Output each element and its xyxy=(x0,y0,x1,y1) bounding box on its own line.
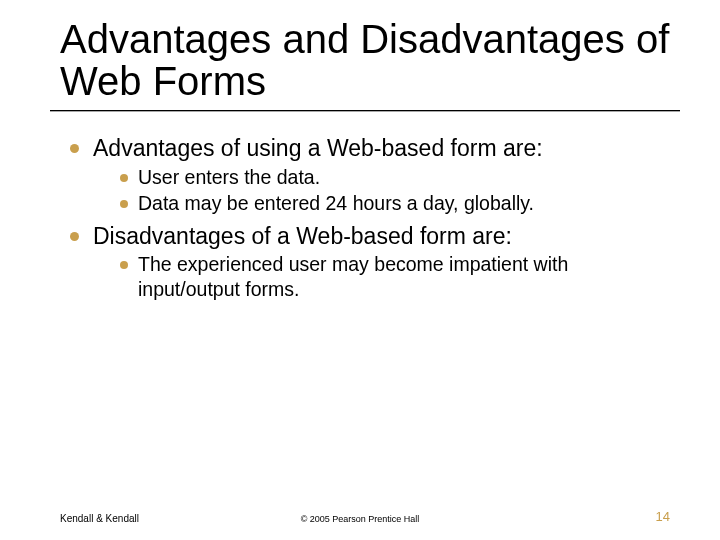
bullet-icon xyxy=(70,232,79,241)
list-item-text: Disadvantages of a Web-based form are: xyxy=(93,222,512,251)
bullet-icon xyxy=(120,261,128,269)
list-item: Advantages of using a Web-based form are… xyxy=(70,134,670,163)
footer-center: © 2005 Pearson Prentice Hall xyxy=(301,514,420,524)
bullet-icon xyxy=(120,200,128,208)
slide-footer: Kendall & Kendall © 2005 Pearson Prentic… xyxy=(0,509,720,524)
title-underline xyxy=(50,110,680,112)
list-item-text: Advantages of using a Web-based form are… xyxy=(93,134,543,163)
list-item-text: User enters the data. xyxy=(138,165,320,189)
footer-left: Kendall & Kendall xyxy=(60,513,139,524)
slide-number: 14 xyxy=(656,509,670,524)
bullet-icon xyxy=(70,144,79,153)
bullet-icon xyxy=(120,174,128,182)
list-item: The experienced user may become impatien… xyxy=(120,252,670,301)
slide-content: Advantages of using a Web-based form are… xyxy=(60,134,670,301)
slide: Advantages and Disadvantages of Web Form… xyxy=(0,0,720,540)
list-item: User enters the data. xyxy=(120,165,670,189)
list-item-text: The experienced user may become impatien… xyxy=(138,252,670,301)
slide-title: Advantages and Disadvantages of Web Form… xyxy=(60,18,670,102)
list-item-text: Data may be entered 24 hours a day, glob… xyxy=(138,191,534,215)
list-item: Disadvantages of a Web-based form are: xyxy=(70,222,670,251)
list-item: Data may be entered 24 hours a day, glob… xyxy=(120,191,670,215)
